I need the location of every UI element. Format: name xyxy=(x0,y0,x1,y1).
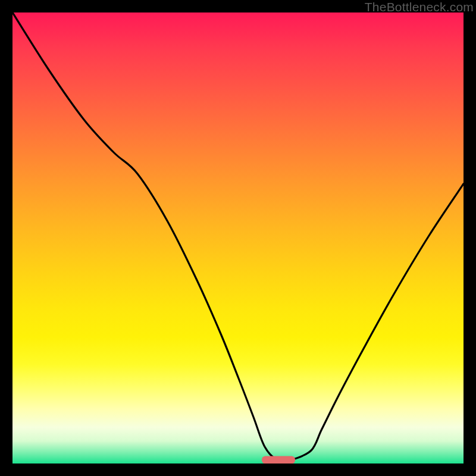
chart-frame xyxy=(12,12,464,464)
watermark-text: TheBottleneck.com xyxy=(365,0,474,14)
bottleneck-marker xyxy=(262,456,295,464)
chart-svg xyxy=(12,12,464,464)
bottleneck-curve xyxy=(12,12,464,461)
